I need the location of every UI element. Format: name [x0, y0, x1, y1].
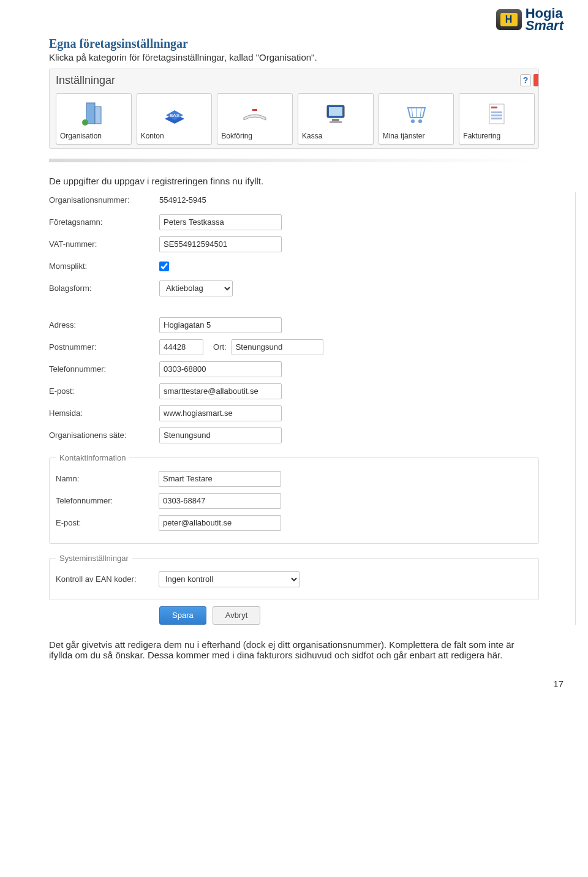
- kontakt-epost-label: E-post:: [56, 518, 159, 527]
- tel-input[interactable]: [159, 361, 282, 377]
- tile-organisation[interactable]: Organisation: [56, 93, 132, 145]
- hemsida-input[interactable]: [159, 405, 282, 421]
- tile-label: Kassa: [302, 132, 369, 140]
- adress-input[interactable]: [159, 317, 282, 333]
- system-legend: Systeminställningar: [56, 554, 132, 563]
- svg-rect-0: [86, 103, 95, 124]
- kontakt-tel-label: Telefonnummer:: [56, 496, 159, 505]
- ean-select[interactable]: Ingen kontroll: [159, 571, 300, 587]
- logo-text-bottom: Smart: [526, 20, 564, 32]
- company-label: Företagsnamn:: [49, 217, 159, 227]
- bolag-select[interactable]: Aktiebolag: [159, 280, 233, 296]
- tile-fakturering[interactable]: Fakturering: [459, 93, 535, 145]
- moms-checkbox[interactable]: [159, 262, 169, 271]
- help-icon[interactable]: ?: [520, 74, 531, 86]
- kontakt-namn-input[interactable]: [159, 471, 281, 487]
- kontakt-tel-input[interactable]: [159, 493, 281, 509]
- tile-label: Fakturering: [463, 132, 530, 140]
- logo-letter: H: [500, 13, 518, 26]
- tile-label: Organisation: [60, 132, 127, 140]
- tile-konton[interactable]: BAS Konton: [137, 93, 213, 145]
- epost-label: E-post:: [49, 386, 159, 396]
- system-group: Systeminställningar Kontroll av EAN kode…: [49, 554, 539, 600]
- epost-input[interactable]: [159, 383, 282, 399]
- svg-rect-17: [491, 107, 497, 108]
- page-title: Egna företagsinställningar: [49, 37, 539, 51]
- building-icon: [60, 100, 127, 128]
- svg-line-13: [420, 108, 421, 118]
- svg-point-15: [418, 119, 422, 123]
- sate-input[interactable]: [159, 427, 282, 443]
- tile-bokforing[interactable]: Bokföring: [217, 93, 293, 145]
- open-book-icon: [221, 100, 288, 128]
- svg-line-11: [412, 108, 413, 118]
- svg-rect-9: [332, 119, 339, 121]
- svg-point-14: [411, 119, 415, 123]
- cart-icon: [383, 100, 450, 128]
- ort-input[interactable]: [232, 339, 323, 355]
- tile-mina-tjanster[interactable]: Mina tjänster: [379, 93, 454, 145]
- tile-label: Bokföring: [221, 132, 288, 140]
- company-input[interactable]: [159, 214, 282, 230]
- postnr-label: Postnummer:: [49, 342, 159, 352]
- kontakt-group: Kontaktinformation Namn: Telefonnummer: …: [49, 453, 539, 544]
- moms-label: Momsplikt:: [49, 262, 159, 271]
- brand-logo: H Hogia Smart: [49, 7, 564, 32]
- page-number: 17: [49, 679, 564, 689]
- settings-panel-title: Inställningar: [56, 74, 115, 87]
- settings-panel: Inställningar ? Organisation BAS Konton …: [49, 69, 539, 149]
- form-right-border: [575, 192, 576, 625]
- org-no-value: 554912-5945: [159, 195, 206, 205]
- vat-input[interactable]: [159, 236, 282, 252]
- organisation-form: Organisationsnummer: 554912-5945 Företag…: [49, 192, 539, 625]
- svg-rect-1: [95, 107, 101, 124]
- shadow-divider: [49, 159, 539, 162]
- cancel-button[interactable]: Avbryt: [213, 606, 261, 625]
- svg-rect-8: [329, 107, 342, 116]
- monitor-icon: [302, 100, 369, 128]
- postnr-input[interactable]: [159, 339, 203, 355]
- svg-rect-19: [491, 115, 502, 116]
- ean-label: Kontroll av EAN koder:: [56, 574, 159, 584]
- sate-label: Organisationens säte:: [49, 431, 159, 440]
- tel-label: Telefonnummer:: [49, 364, 159, 374]
- tile-label: Konton: [141, 132, 208, 140]
- svg-text:BAS: BAS: [169, 113, 179, 118]
- kontakt-legend: Kontaktinformation: [56, 453, 129, 462]
- intro-paragraph: Klicka på kategorin för företagsinställn…: [49, 52, 539, 62]
- bolag-label: Bolagsform:: [49, 284, 159, 293]
- invoice-icon: [463, 100, 530, 128]
- svg-rect-20: [491, 118, 502, 119]
- svg-rect-18: [491, 111, 502, 113]
- tile-kassa[interactable]: Kassa: [298, 93, 374, 145]
- svg-rect-10: [330, 121, 342, 123]
- paragraph-after-panel: De uppgifter du uppgav i registreringen …: [49, 176, 539, 186]
- logo-text: Hogia Smart: [526, 7, 564, 32]
- tile-label: Mina tjänster: [383, 132, 450, 140]
- org-no-label: Organisationsnummer:: [49, 195, 159, 205]
- vat-label: VAT-nummer:: [49, 239, 159, 249]
- books-icon: BAS: [141, 100, 208, 128]
- save-button[interactable]: Spara: [159, 606, 206, 625]
- adress-label: Adress:: [49, 320, 159, 329]
- close-icon[interactable]: [533, 74, 538, 86]
- hemsida-label: Hemsida:: [49, 408, 159, 418]
- outro-paragraph: Det går givetvis att redigera dem nu i e…: [49, 639, 539, 660]
- logo-badge: H: [496, 9, 522, 30]
- svg-rect-6: [252, 109, 257, 111]
- svg-point-2: [82, 119, 88, 126]
- kontakt-namn-label: Namn:: [56, 474, 159, 483]
- ort-label: Ort:: [213, 342, 227, 352]
- kontakt-epost-input[interactable]: [159, 515, 281, 531]
